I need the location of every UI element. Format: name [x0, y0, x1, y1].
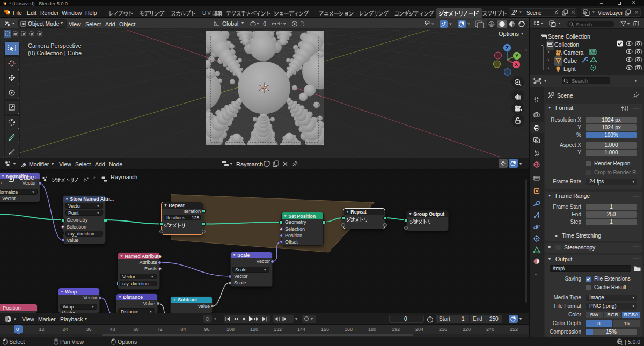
svg-text:U: U: [202, 10, 206, 16]
svg-text:Z: Z: [506, 45, 508, 50]
svg-text:X: X: [515, 62, 518, 67]
svg-text:Y: Y: [515, 53, 518, 58]
svg-text:V: V: [207, 10, 211, 16]
svg-text:1: 1: [621, 342, 623, 345]
